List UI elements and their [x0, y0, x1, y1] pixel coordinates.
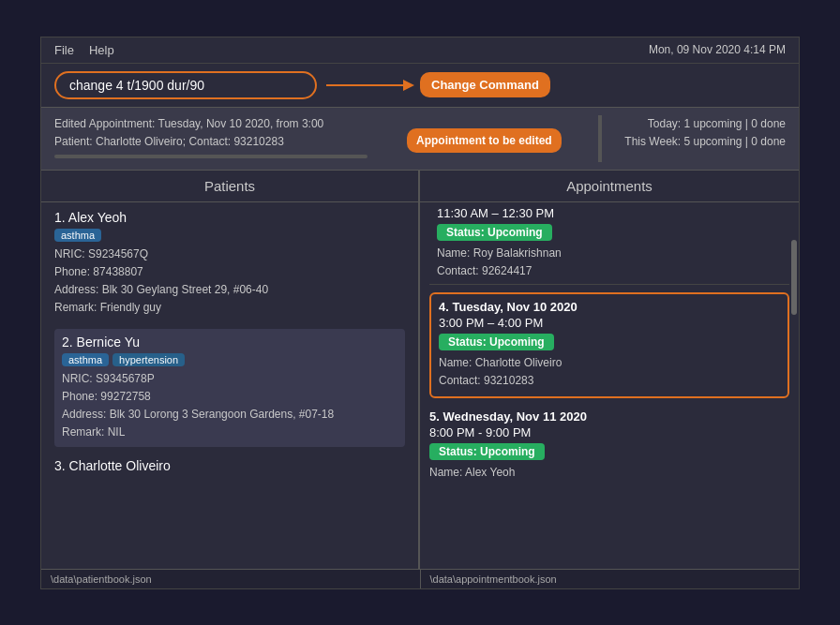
- info-bar-divider: [598, 115, 602, 162]
- tag-hypertension: hypertension: [112, 353, 185, 366]
- appt-title: 4. Tuesday, Nov 10 2020: [439, 300, 780, 314]
- status-badge: Status: Upcoming: [437, 224, 552, 241]
- arrow-icon: [326, 76, 420, 95]
- command-input[interactable]: [69, 78, 302, 93]
- change-command-bubble: Change Command: [420, 72, 550, 97]
- patient-tags: asthma: [54, 229, 405, 242]
- menu-help[interactable]: Help: [89, 43, 114, 57]
- tag-asthma: asthma: [62, 353, 109, 366]
- footer: \data\patientbook.json \data\appointment…: [41, 569, 799, 588]
- appointments-panel: Appointments 11:30 AM – 12:30 PM Status:…: [420, 171, 799, 569]
- today-stats: Today: 1 upcoming | 0 done: [624, 115, 786, 133]
- footer-right: \data\appointmentbook.json: [420, 570, 800, 588]
- list-item: 11:30 AM – 12:30 PM Status: Upcoming Nam…: [429, 202, 789, 285]
- patient-name: 1. Alex Yeoh: [54, 210, 405, 225]
- command-input-wrap[interactable]: [54, 71, 317, 99]
- appt-time: 8:00 PM - 9:00 PM: [429, 425, 789, 439]
- appointments-list[interactable]: 11:30 AM – 12:30 PM Status: Upcoming Nam…: [420, 202, 799, 569]
- appointment-tooltip: Appointment to be edited: [407, 128, 562, 153]
- appt-detail: Name: Charlotte Oliveiro Contact: 932102…: [439, 354, 780, 390]
- tag-asthma: asthma: [54, 229, 101, 242]
- status-badge: Status: Upcoming: [429, 443, 545, 460]
- patient-name: 2. Bernice Yu: [62, 335, 398, 350]
- scrollbar-v[interactable]: [791, 240, 797, 315]
- datetime: Mon, 09 Nov 2020 4:14 PM: [649, 43, 786, 56]
- list-item: 1. Alex Yeoh asthma NRIC: S9234567Q Phon…: [54, 210, 405, 318]
- app-window: File Help Mon, 09 Nov 2020 4:14 PM Chang…: [40, 37, 800, 589]
- patients-list[interactable]: 1. Alex Yeoh asthma NRIC: S9234567Q Phon…: [41, 202, 418, 569]
- appt-detail: Name: Roy Balakrishnan Contact: 92624417: [437, 245, 782, 280]
- appt-time: 3:00 PM – 4:00 PM: [439, 316, 780, 330]
- menu-file[interactable]: File: [54, 43, 74, 57]
- patient-tags: asthma hypertension: [62, 353, 398, 366]
- command-bar: Change Command: [41, 64, 799, 108]
- info-bar: Edited Appointment: Tuesday, Nov 10 2020…: [41, 108, 799, 171]
- week-stats: This Week: 5 upcoming | 0 done: [624, 133, 786, 151]
- patient-name: 3. Charlotte Oliveiro: [54, 458, 405, 473]
- menu-bar: File Help Mon, 09 Nov 2020 4:14 PM: [41, 37, 799, 64]
- list-item: 2. Bernice Yu asthma hypertension NRIC: …: [54, 329, 405, 448]
- scroll-bar-h: [54, 155, 368, 158]
- info-right: Today: 1 upcoming | 0 done This Week: 5 …: [624, 115, 786, 151]
- appointments-panel-title: Appointments: [420, 171, 799, 202]
- list-item: 5. Wednesday, Nov 11 2020 8:00 PM - 9:00…: [429, 406, 789, 485]
- list-item: 3. Charlotte Oliveiro: [54, 458, 405, 473]
- list-item: 4. Tuesday, Nov 10 2020 3:00 PM – 4:00 P…: [429, 292, 789, 397]
- footer-left: \data\patientbook.json: [41, 570, 420, 588]
- appt-title: 5. Wednesday, Nov 11 2020: [429, 409, 789, 424]
- patients-panel-title: Patients: [41, 171, 418, 202]
- appt-detail: Name: Alex Yeoh: [429, 464, 789, 482]
- patient-detail: NRIC: S9234567Q Phone: 87438807 Address:…: [54, 246, 405, 318]
- arrow-area: Change Command: [326, 72, 786, 97]
- patients-panel: Patients 1. Alex Yeoh asthma NRIC: S9234…: [41, 171, 420, 569]
- main-content: Patients 1. Alex Yeoh asthma NRIC: S9234…: [41, 171, 799, 569]
- patient-detail: NRIC: S9345678P Phone: 99272758 Address:…: [62, 370, 398, 442]
- status-badge: Status: Upcoming: [439, 334, 554, 350]
- appt-time: 11:30 AM – 12:30 PM: [437, 206, 782, 220]
